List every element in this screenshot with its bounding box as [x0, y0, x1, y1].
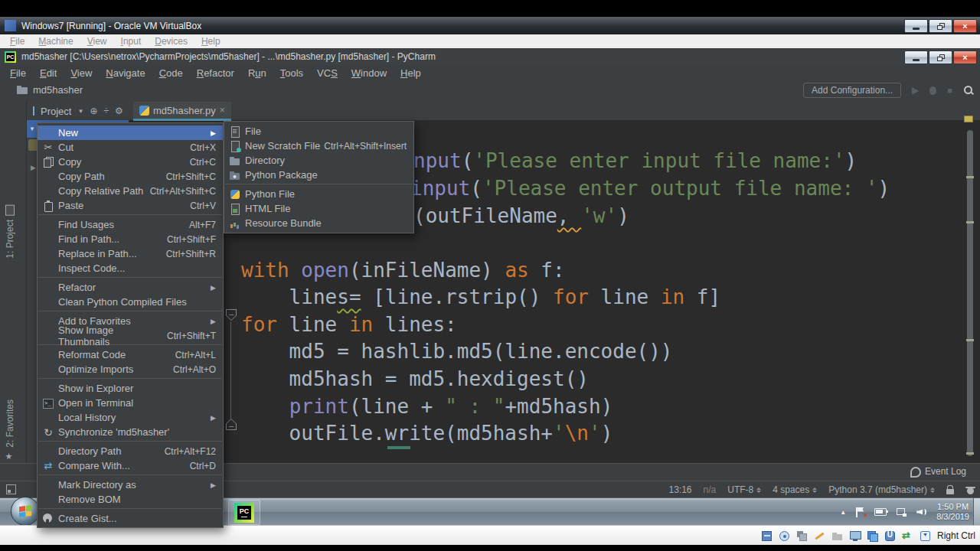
vbox-menu-help[interactable]: Help — [194, 36, 227, 47]
menu-item-directory-path[interactable]: Directory PathCtrl+Alt+F12 — [38, 444, 223, 458]
tree-chevron-icon[interactable]: ▶ — [31, 164, 36, 171]
tab-md5hasher[interactable]: md5hasher.py × — [133, 102, 231, 121]
status-menu-arrow-icon[interactable] — [919, 530, 932, 543]
submenu-item-resource-bundle[interactable]: Resource Bundle — [224, 216, 413, 230]
menu-item-copy-path[interactable]: Copy PathCtrl+Shift+C — [38, 169, 223, 184]
menu-item-local-history[interactable]: Local History▶ — [38, 410, 223, 425]
pen-icon[interactable] — [813, 530, 826, 543]
submenu-item-file[interactable]: File — [224, 124, 413, 139]
pycharm-minimize-button[interactable] — [904, 51, 928, 64]
menu-help[interactable]: Help — [394, 67, 428, 79]
interpreter-indicator[interactable]: Python 3.7 (md5hasher) — [828, 484, 935, 495]
code-analysis-indicator[interactable] — [964, 116, 973, 122]
tree-expand-arrow-icon[interactable]: ▼ — [29, 126, 35, 132]
vbox-menu-input[interactable]: Input — [114, 36, 149, 47]
lock-icon[interactable] — [946, 485, 954, 494]
caret-position[interactable]: 13:16 — [669, 484, 692, 495]
menu-view[interactable]: View — [64, 67, 99, 79]
submenu-item-python-file[interactable]: Python File — [224, 187, 413, 201]
volume-icon[interactable] — [916, 508, 926, 517]
tray-expand-icon[interactable]: ▲ — [840, 509, 846, 516]
chevron-down-icon[interactable]: ▼ — [77, 108, 83, 115]
sidebar-item-2-favorites[interactable]: ★2: Favorites — [5, 399, 15, 461]
menu-item-compare-with[interactable]: Compare With...Ctrl+D — [38, 458, 223, 473]
project-panel-header[interactable]: Project ▼ ⊕ ÷ ⚙ — — [27, 101, 129, 121]
submenu-item-directory[interactable]: Directory — [224, 153, 413, 168]
shared-clipboard-icon[interactable] — [901, 530, 914, 543]
seamless-windows-icon[interactable] — [866, 530, 879, 543]
menu-item-show-image-thumbnails[interactable]: Show Image ThumbnailsCtrl+Shift+T — [38, 328, 223, 343]
menu-navigate[interactable]: Navigate — [99, 67, 152, 79]
menu-window[interactable]: Window — [345, 67, 394, 79]
pycharm-close-button[interactable]: × — [953, 51, 977, 64]
battery-icon[interactable] — [874, 508, 887, 516]
hector-inspections-icon[interactable] — [965, 485, 975, 495]
vbox-minimize-button[interactable] — [904, 19, 928, 33]
menu-item-remove-bom[interactable]: Remove BOM — [38, 492, 223, 507]
tab-close-icon[interactable]: × — [220, 105, 225, 116]
menu-item-show-in-explorer[interactable]: Show in Explorer — [38, 381, 223, 396]
taskbar-pycharm-button[interactable]: PC — [228, 500, 260, 525]
menu-item-clean-python-compiled-files[interactable]: Clean Python Compiled Files — [38, 295, 223, 309]
menu-vcs[interactable]: VCS — [310, 67, 345, 79]
menu-item-create-gist[interactable]: Create Gist... — [38, 511, 223, 526]
menu-item-find-usages[interactable]: Find UsagesAlt+F7 — [38, 217, 223, 232]
toolwindow-switcher-icon[interactable] — [6, 484, 16, 494]
vbox-menu-view[interactable]: View — [80, 36, 114, 47]
usb-icon[interactable] — [884, 530, 897, 543]
locate-icon[interactable]: ⊕ — [90, 106, 97, 116]
run-icon[interactable]: ▶ — [912, 85, 919, 96]
stop-icon[interactable]: ■ — [947, 86, 952, 95]
vbox-menu-machine[interactable]: Machine — [31, 36, 80, 47]
line-separator-indicator[interactable]: n/a — [704, 484, 717, 495]
search-everywhere-icon[interactable] — [963, 85, 974, 96]
hdd-icon[interactable] — [760, 530, 773, 543]
shared-folders-icon[interactable] — [831, 530, 844, 543]
menu-item-copy-relative-path[interactable]: Copy Relative PathCtrl+Alt+Shift+C — [38, 184, 223, 198]
editor-scrollbar[interactable] — [967, 130, 973, 456]
network-adapters-icon[interactable] — [795, 530, 808, 543]
menu-tools[interactable]: Tools — [273, 67, 310, 79]
display-icon[interactable] — [848, 530, 861, 543]
vbox-menu-devices[interactable]: Devices — [148, 36, 194, 47]
start-button[interactable] — [11, 497, 40, 526]
menu-refactor[interactable]: Refactor — [190, 67, 241, 79]
menu-item-reformat-code[interactable]: Reformat CodeCtrl+Alt+L — [38, 347, 223, 362]
action-center-flag-icon[interactable]: × — [856, 507, 864, 517]
menu-edit[interactable]: Edit — [33, 67, 64, 79]
network-tray-icon[interactable] — [897, 508, 906, 517]
submenu-item-python-package[interactable]: Python Package — [224, 168, 413, 182]
optical-disk-icon[interactable] — [778, 530, 791, 543]
show-desktop-button[interactable] — [973, 498, 980, 526]
indent-indicator[interactable]: 4 spaces — [773, 484, 817, 495]
menu-file[interactable]: File — [3, 67, 33, 79]
menu-item-copy[interactable]: CopyCtrl+C — [38, 155, 223, 169]
menu-run[interactable]: Run — [241, 67, 273, 79]
menu-item-open-in-terminal[interactable]: Open in Terminal — [38, 396, 223, 410]
menu-item-mark-directory-as[interactable]: Mark Directory as▶ — [38, 478, 223, 492]
menu-item-inspect-code[interactable]: Inspect Code... — [38, 261, 223, 276]
menu-code[interactable]: Code — [152, 67, 190, 79]
vbox-close-button[interactable]: × — [953, 19, 977, 33]
pycharm-restore-button[interactable] — [929, 51, 952, 64]
menu-item-refactor[interactable]: Refactor▶ — [38, 280, 223, 295]
menu-item-replace-in-path[interactable]: Replace in Path...Ctrl+Shift+R — [38, 246, 223, 261]
collapse-all-icon[interactable]: ÷ — [103, 106, 109, 116]
debug-icon[interactable] — [929, 86, 936, 95]
menu-item-synchronize-md5hasher[interactable]: Synchronize 'md5hasher' — [38, 425, 223, 439]
taskbar-clock[interactable]: 1:50 PM 8/3/2019 — [936, 502, 969, 522]
vbox-restore-button[interactable] — [929, 19, 952, 33]
gear-icon[interactable]: ⚙ — [115, 106, 123, 116]
menu-item-find-in-path[interactable]: Find in Path...Ctrl+Shift+F — [38, 232, 223, 246]
vbox-menu-file[interactable]: File — [3, 36, 31, 47]
submenu-item-html-file[interactable]: HTML File — [224, 201, 413, 216]
sidebar-item-1-project[interactable]: 1: Project — [5, 205, 15, 259]
menu-item-optimize-imports[interactable]: Optimize ImportsCtrl+Alt+O — [38, 362, 223, 377]
menu-item-paste[interactable]: PasteCtrl+V — [38, 198, 223, 213]
breadcrumb[interactable]: md5hasher — [17, 84, 83, 96]
encoding-indicator[interactable]: UTF-8 — [727, 484, 761, 495]
submenu-item-new-scratch-file[interactable]: New Scratch FileCtrl+Alt+Shift+Insert — [224, 139, 413, 153]
event-log-button[interactable]: Event Log — [910, 466, 966, 477]
menu-item-cut[interactable]: CutCtrl+X — [38, 140, 223, 155]
add-configuration-button[interactable]: Add Configuration... — [803, 83, 901, 98]
